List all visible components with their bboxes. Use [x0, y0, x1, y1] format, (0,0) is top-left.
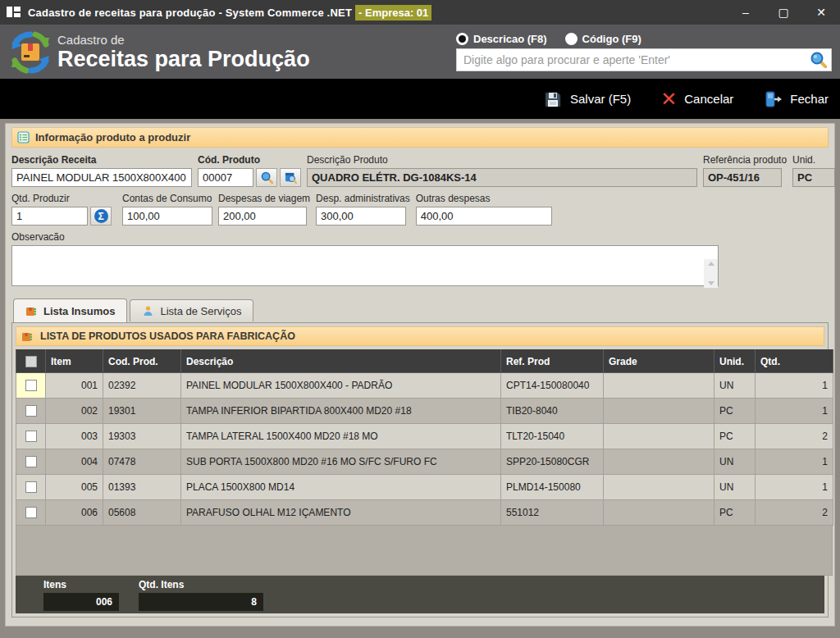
sigma-icon: Σ	[94, 209, 108, 223]
cell-item: 003	[46, 424, 103, 449]
radio-descricao-dot[interactable]	[456, 33, 468, 45]
save-button[interactable]: Salvar (F5)	[543, 89, 631, 109]
qtd-produzir-input[interactable]	[11, 207, 88, 226]
cod-produto-advanced-search-button[interactable]	[280, 168, 301, 187]
cell-grade	[604, 500, 714, 526]
header-titles: Cadastro de Receitas para Produção	[57, 33, 310, 71]
search-input[interactable]	[456, 48, 832, 71]
tab-lista-servicos[interactable]: Lista de Serviços	[130, 299, 253, 321]
grid-header-row: ItemCod. Prod.DescriçãoRef. ProdGradeUni…	[16, 350, 833, 373]
form-row-1: Descrição Receita Cód. Produto	[11, 154, 829, 187]
select-all-checkbox[interactable]	[25, 356, 37, 367]
exit-door-icon	[763, 89, 783, 109]
column-header-qtd-[interactable]: Qtd.	[756, 350, 833, 373]
grid-empty-area	[16, 526, 833, 576]
save-floppy-icon	[543, 89, 563, 109]
cod-produto-search-button[interactable]	[256, 168, 277, 187]
tab-lista-servicos-label: Lista de Serviços	[160, 305, 241, 317]
close-form-button[interactable]: Fechar	[763, 89, 829, 109]
contas-consumo-input[interactable]	[122, 207, 212, 226]
cell-descricao: SUB PORTA 1500X800 MD20 #16 MO S/FC S/FU…	[181, 449, 501, 475]
descricao-receita-input[interactable]	[11, 168, 192, 187]
column-header-item[interactable]: Item	[46, 350, 103, 373]
qtd-itens-label: Qtd. Itens	[139, 579, 263, 590]
cell-unid: PC	[714, 500, 756, 526]
cell-grade	[604, 399, 714, 424]
cell-cod: 07478	[103, 449, 181, 475]
itens-count-field: 006	[43, 593, 119, 611]
cell-descricao: PARAFUSO OLHAL M12 IÇAMENTO	[181, 500, 501, 526]
save-button-label: Salvar (F5)	[570, 92, 631, 106]
radio-codigo[interactable]: Código (F9)	[565, 33, 641, 45]
toolbar: Salvar (F5) ✕ Cancelar Fechar	[0, 79, 840, 119]
row-checkbox[interactable]	[25, 481, 37, 493]
close-form-button-label: Fechar	[790, 92, 829, 106]
cell-cod: 01393	[103, 475, 181, 500]
cell-descricao: PLACA 1500X800 MD14	[181, 475, 501, 500]
table-row[interactable]: 00319303TAMPA LATERAL 1500X400 MD20 #18 …	[16, 424, 833, 449]
observacao-textarea[interactable]	[11, 245, 719, 286]
tab-lista-insumos[interactable]: Lista Insumos	[13, 298, 127, 322]
row-checkbox[interactable]	[25, 431, 37, 442]
column-header-ref-prod[interactable]: Ref. Prod	[501, 350, 604, 373]
referencia-produto-label: Referência produto	[703, 154, 787, 166]
row-checkbox[interactable]	[25, 405, 37, 417]
unid-label: Unid.	[792, 154, 835, 166]
table-row[interactable]: 00102392PAINEL MODULAR 1500X800X400 - PA…	[16, 373, 833, 399]
app-window-icon	[7, 6, 21, 19]
tab-lista-insumos-label: Lista Insumos	[43, 305, 115, 317]
radio-descricao[interactable]: Descricao (F8)	[456, 33, 547, 45]
page-title: Receitas para Produção	[57, 47, 310, 71]
row-checkbox[interactable]	[25, 507, 37, 518]
desp-administrativas-label: Desp. administrativas	[316, 193, 410, 204]
tab-strip: Lista Insumos Lista de Serviços	[11, 298, 829, 322]
list-section-header: LISTA DE PRODUTOS USADOS PARA FABRICAÇÃO	[16, 326, 824, 346]
cell-qtd: 2	[756, 500, 833, 526]
despesas-viagem-label: Despesas de viagem	[218, 193, 310, 204]
qtd-produzir-label: Qtd. Produzir	[11, 193, 112, 204]
scroll-down-icon[interactable]	[708, 281, 714, 285]
table-row[interactable]: 00219301TAMPA INFERIOR BIPARTIDA 800X400…	[16, 399, 833, 424]
column-header-descri-o[interactable]: Descrição	[181, 350, 501, 373]
people-icon	[142, 305, 154, 317]
close-button[interactable]: ✕	[802, 0, 840, 25]
radio-descricao-label: Descricao (F8)	[473, 33, 547, 45]
table-row[interactable]: 00605608PARAFUSO OLHAL M12 IÇAMENTO55101…	[16, 500, 833, 526]
window-controls: – ▢ ✕	[727, 0, 840, 25]
cell-qtd: 1	[756, 475, 833, 500]
outras-despesas-input[interactable]	[416, 207, 552, 226]
cod-produto-input[interactable]	[198, 168, 253, 187]
row-checkbox[interactable]	[25, 456, 37, 467]
search-icon[interactable]	[810, 52, 827, 68]
cell-unid: UN	[714, 373, 756, 399]
cod-produto-label: Cód. Produto	[198, 154, 301, 166]
column-header-unid-[interactable]: Unid.	[714, 350, 756, 373]
products-grid: ItemCod. Prod.DescriçãoRef. ProdGradeUni…	[16, 349, 833, 526]
document-search-icon	[285, 171, 297, 184]
column-header-cod-prod-[interactable]: Cod. Prod.	[103, 350, 181, 373]
despesas-viagem-input[interactable]	[218, 207, 307, 226]
table-row[interactable]: 00407478SUB PORTA 1500X800 MD20 #16 MO S…	[16, 449, 833, 475]
search-area: Descricao (F8) Código (F9)	[456, 33, 833, 71]
scroll-up-icon[interactable]	[708, 262, 714, 266]
cell-grade	[604, 424, 714, 449]
maximize-button[interactable]: ▢	[765, 0, 802, 25]
cell-qtd: 2	[756, 424, 833, 449]
table-row[interactable]: 00501393PLACA 1500X800 MD14PLMD14-150080…	[16, 475, 833, 500]
itens-label: Itens	[43, 579, 119, 590]
cell-unid: UN	[714, 475, 756, 500]
info-section-title: Informação produto a produzir	[35, 131, 190, 144]
column-header-grade[interactable]: Grade	[604, 350, 714, 373]
cell-grade	[604, 449, 714, 475]
sum-button[interactable]: Σ	[90, 207, 112, 226]
cancel-button[interactable]: ✕ Cancelar	[660, 91, 733, 107]
row-checkbox[interactable]	[25, 380, 37, 391]
cell-item: 005	[46, 475, 103, 500]
qtd-itens-field: 8	[139, 593, 263, 611]
desp-administrativas-input[interactable]	[316, 207, 406, 226]
minimize-button[interactable]: –	[727, 0, 765, 25]
radio-codigo-dot[interactable]	[565, 33, 578, 45]
observacao-scrollbar[interactable]	[704, 259, 718, 288]
form-row-2: Qtd. Produzir Σ Contas de Consumo Despes…	[11, 193, 829, 226]
box-icon	[21, 330, 34, 343]
